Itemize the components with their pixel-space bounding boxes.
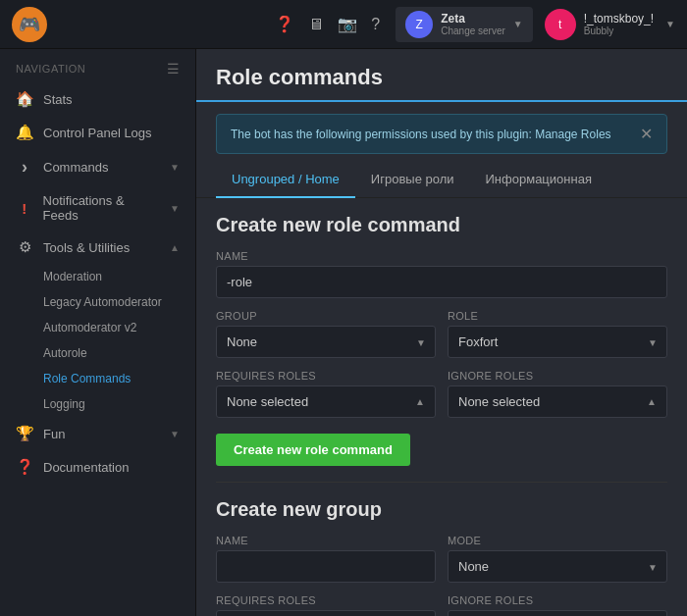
app-logo[interactable]: 🎮 xyxy=(12,7,47,42)
name-label: Name xyxy=(216,250,667,262)
tab-ungrouped[interactable]: Ungrouped / Home xyxy=(216,162,355,198)
section-divider xyxy=(216,482,667,483)
group-requires-ignore-row: Requires roles None selected ▲ Ignore ro… xyxy=(216,594,667,616)
server-selector[interactable]: Z Zeta Change server ▼ xyxy=(396,7,533,42)
create-group-title: Create new group xyxy=(216,498,667,521)
ignore-roles-arrow-icon: ▲ xyxy=(647,396,657,407)
sidebar-item-documentation[interactable]: ❓ Documentation xyxy=(0,450,195,484)
sidebar-label-fun: Fun xyxy=(43,427,65,441)
group-name-label: Name xyxy=(216,535,436,546)
main-layout: Navigation ☰ 🏠 Stats 🔔 Control Panel Log… xyxy=(0,49,687,616)
trophy-icon: 🏆 xyxy=(16,425,33,442)
docs-icon: ❓ xyxy=(16,458,33,476)
group-requires-roles-group: Requires roles None selected ▲ xyxy=(216,594,436,616)
sidebar-label-documentation: Documentation xyxy=(43,460,129,475)
sidebar-label-commands: Commands xyxy=(43,160,108,175)
alert-close-button[interactable]: ✕ xyxy=(640,125,653,143)
server-avatar: Z xyxy=(405,11,433,38)
create-role-command-button[interactable]: Create new role command xyxy=(216,434,410,466)
role-group: Role Foxfort xyxy=(448,310,667,358)
create-role-command-title: Create new role command xyxy=(216,214,667,236)
bell-icon: 🔔 xyxy=(16,124,33,141)
requires-roles-label: Requires roles xyxy=(216,370,436,382)
nav-label: Navigation ☰ xyxy=(0,49,195,82)
user-sub: Bubbly xyxy=(584,26,654,36)
tools-arrow-icon: ▲ xyxy=(170,242,180,253)
group-role-row: Group None Role Foxfort xyxy=(216,310,667,358)
requires-roles-group: Requires roles None selected ▲ xyxy=(216,370,436,418)
sidebar-subitem-role-commands[interactable]: Role Commands xyxy=(0,366,195,391)
user-avatar: t xyxy=(545,9,576,40)
content-area: Create new role command Name Group None xyxy=(196,198,687,616)
group-ignore-roles-label: Ignore roles xyxy=(448,594,667,606)
role-select[interactable]: Foxfort xyxy=(448,326,667,358)
sidebar-subitem-logging[interactable]: Logging xyxy=(0,391,195,417)
fun-arrow-icon: ▼ xyxy=(170,429,180,439)
hamburger-icon[interactable]: ☰ xyxy=(167,61,181,77)
server-dropdown-icon: ▼ xyxy=(513,19,523,29)
requires-ignore-row: Requires roles None selected ▲ Ignore ro… xyxy=(216,370,667,418)
exclamation-icon: ! xyxy=(16,200,33,217)
server-name: Zeta xyxy=(441,12,505,26)
mode-group: Mode None xyxy=(448,535,667,583)
topbar: 🎮 ❓ 🖥 📷 ? Z Zeta Change server ▼ t !_tom… xyxy=(0,0,687,49)
server-change-label: Change server xyxy=(441,26,505,36)
sidebar-item-control-panel-logs[interactable]: 🔔 Control Panel Logs xyxy=(0,116,195,149)
home-icon: 🏠 xyxy=(16,90,33,108)
group-name-input[interactable] xyxy=(216,550,436,583)
sidebar-item-stats[interactable]: 🏠 Stats xyxy=(0,82,195,116)
user-menu[interactable]: t !_tomskboy_! Bubbly ▼ xyxy=(545,9,675,40)
sidebar-item-fun[interactable]: 🏆 Fun ▼ xyxy=(0,417,195,450)
group-select-wrapper: None xyxy=(216,326,436,358)
sidebar-item-commands[interactable]: › Commands ▼ xyxy=(0,149,195,185)
group-name-mode-row: Name Mode None xyxy=(216,535,667,583)
tools-icon: ⚙ xyxy=(16,238,33,256)
alert-text: The bot has the following permissions us… xyxy=(231,128,611,141)
sidebar-subitem-legacy-automoderator[interactable]: Legacy Automoderator xyxy=(0,289,195,315)
sidebar-item-tools[interactable]: ⚙ Tools & Utilities ▲ xyxy=(0,231,195,264)
sidebar-label-stats: Stats xyxy=(43,92,73,107)
mode-select[interactable]: None xyxy=(448,550,667,583)
ignore-roles-label: Ignore roles xyxy=(448,370,667,382)
tab-informacionnaya[interactable]: Информационная xyxy=(470,162,608,198)
name-group: Name xyxy=(216,250,667,298)
sidebar: Navigation ☰ 🏠 Stats 🔔 Control Panel Log… xyxy=(0,49,196,616)
user-dropdown-icon: ▼ xyxy=(665,19,675,29)
group-label: Group xyxy=(216,310,436,322)
commands-arrow-icon: ▼ xyxy=(170,162,180,173)
sidebar-subitem-autorole[interactable]: Autorole xyxy=(0,340,195,366)
group-ignore-roles-group: Ignore roles None selected ▲ xyxy=(448,594,667,616)
ignore-roles-value: None selected xyxy=(458,394,540,409)
alert-banner: The bot has the following permissions us… xyxy=(216,114,667,154)
chevron-right-icon: › xyxy=(16,157,33,178)
username: !_tomskboy_! xyxy=(584,12,654,26)
role-select-wrapper: Foxfort xyxy=(448,326,667,358)
question-icon[interactable]: ? xyxy=(371,16,380,33)
requires-roles-arrow-icon: ▲ xyxy=(415,396,425,407)
page-title: Role commands xyxy=(216,65,667,90)
group-requires-roles-label: Requires roles xyxy=(216,594,436,606)
tab-bar: Ungrouped / Home Игровые роли Информацио… xyxy=(196,162,687,198)
requires-roles-select[interactable]: None selected ▲ xyxy=(216,385,436,418)
main-content: Role commands The bot has the following … xyxy=(196,49,687,616)
group-name-group: Name xyxy=(216,535,436,583)
sidebar-subitem-automoderator-v2[interactable]: Automoderator v2 xyxy=(0,315,195,340)
server-info: Zeta Change server xyxy=(441,12,505,36)
name-row: Name xyxy=(216,250,667,298)
mode-select-wrapper: None xyxy=(448,550,667,583)
sidebar-label-notifications: Notifications & Feeds xyxy=(43,193,161,223)
group-group: Group None xyxy=(216,310,436,358)
group-requires-roles-select[interactable]: None selected ▲ xyxy=(216,610,436,616)
help-icon[interactable]: ❓ xyxy=(275,15,294,33)
role-label: Role xyxy=(448,310,667,322)
camera-icon[interactable]: 📷 xyxy=(338,15,357,33)
sidebar-subitem-moderation[interactable]: Moderation xyxy=(0,264,195,289)
ignore-roles-select[interactable]: None selected ▲ xyxy=(448,385,667,418)
requires-roles-value: None selected xyxy=(227,394,308,409)
tab-igrovye-roli[interactable]: Игровые роли xyxy=(355,162,470,198)
sidebar-item-notifications[interactable]: ! Notifications & Feeds ▼ xyxy=(0,185,195,231)
group-select[interactable]: None xyxy=(216,326,436,358)
group-ignore-roles-select[interactable]: None selected ▲ xyxy=(448,610,667,616)
name-input[interactable] xyxy=(216,266,667,298)
monitor-icon[interactable]: 🖥 xyxy=(308,16,324,33)
